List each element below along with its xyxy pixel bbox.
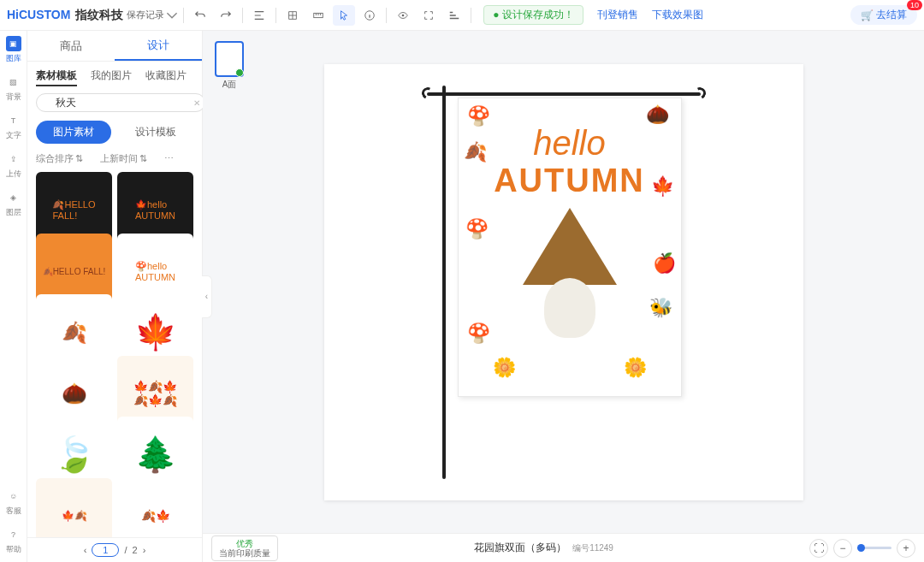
pointer-button[interactable] [333, 5, 355, 26]
zoom-in-button[interactable]: + [897, 539, 915, 558]
print-quality-chip[interactable]: 优秀 当前印刷质量 [211, 535, 278, 561]
rail-text[interactable]: T文字 [6, 113, 21, 141]
zoom-in-icon: + [903, 542, 909, 554]
asset-grid: 🍂HELLOFALL! 🍁helloAUTUMN 🍂HELLO FALL! 🍄h… [27, 169, 202, 537]
flag-text-hello: hello [494, 124, 645, 163]
bottom-bar: 优秀 当前印刷质量 花园旗双面（多码） 编号11249 ⛶ − + [203, 533, 924, 562]
rail-support[interactable]: ☺客服 [6, 488, 21, 517]
cart-button[interactable]: 🛒 去结算10 [850, 5, 917, 25]
pager-next[interactable]: › [143, 545, 146, 555]
pager-prev[interactable]: ‹ [84, 545, 87, 555]
chevron-down-icon [166, 9, 178, 21]
sort-newest[interactable]: 上新时间 ⇅ [100, 152, 147, 165]
asset-thumb[interactable]: 🍂🍁 [117, 478, 193, 538]
redo-button[interactable] [215, 5, 237, 26]
panel-tab-product[interactable]: 商品 [27, 31, 115, 61]
side-rail: ▣图库 ▧背景 T文字 ⇪上传 ◈图层 ☺客服 ?帮助 [0, 31, 27, 562]
pager-total: 2 [133, 545, 138, 555]
fullscreen-button[interactable] [418, 5, 440, 26]
fit-icon: ⛶ [814, 542, 824, 554]
zoom-out-button[interactable]: − [833, 539, 852, 558]
rail-gallery[interactable]: ▣图库 [6, 36, 21, 64]
layers-button[interactable] [443, 5, 465, 26]
fit-screen-button[interactable]: ⛶ [809, 539, 828, 558]
zoom-slider[interactable] [857, 547, 891, 549]
align-icon [253, 9, 265, 21]
grid-button[interactable] [281, 5, 304, 26]
pill-design-templates[interactable]: 设计模板 [118, 121, 193, 144]
pager-current: 1 [92, 543, 119, 557]
sort-comprehensive[interactable]: 综合排序 ⇅ [36, 152, 83, 165]
cart-badge: 10 [907, 0, 922, 10]
asset-thumb[interactable]: 🍁🍂 [36, 478, 112, 538]
bars-icon [448, 9, 460, 21]
gnome-illustration [518, 208, 621, 345]
info-button[interactable] [358, 5, 381, 26]
save-success-banner: ● 设计保存成功！ [483, 5, 583, 25]
flag-text-autumn: AUTUMN [494, 163, 645, 199]
rail-background[interactable]: ▧背景 [6, 74, 21, 103]
text-icon: T [6, 113, 21, 128]
image-icon: ▣ [6, 36, 21, 51]
eye-icon [397, 9, 409, 21]
help-icon: ? [6, 527, 21, 542]
redo-icon [220, 9, 232, 21]
publish-link[interactable]: 刊登销售 [597, 8, 638, 22]
search-input[interactable] [36, 93, 205, 112]
logo: HiCUSTOM 指纹科技 [7, 8, 123, 23]
download-link[interactable]: 下载效果图 [652, 8, 703, 22]
sort-more[interactable]: ⋯ [164, 152, 174, 165]
headset-icon: ☺ [6, 488, 21, 504]
align-button[interactable] [248, 5, 270, 26]
artboard[interactable]: 🍄 🌰 🍂 🍁 🍄 🍎 🍄 🐝 🌼 🌼 hell [324, 64, 803, 500]
save-record-dropdown[interactable]: 保存记录 [127, 9, 178, 21]
layers-icon: ◈ [6, 190, 21, 205]
expand-icon [423, 9, 435, 21]
undo-icon [194, 9, 206, 21]
subtab-templates[interactable]: 素材模板 [36, 68, 77, 86]
topbar: HiCUSTOM 指纹科技 保存记录 ● 设计保存成功！ 刊登销售 下载效果图 … [0, 0, 924, 31]
upload-icon: ⇪ [6, 151, 21, 167]
left-panel: 商品 设计 素材模板 我的图片 收藏图片 🔍 ✕ ⚙ 图片素材 设计模板 综合排… [27, 31, 203, 562]
flag-design[interactable]: 🍄 🌰 🍂 🍁 🍄 🍎 🍄 🐝 🌼 🌼 hell [458, 98, 682, 397]
pager: ‹ 1 / 2 › [27, 537, 202, 562]
ruler-icon [312, 9, 324, 21]
rail-layers[interactable]: ◈图层 [6, 190, 21, 218]
product-name: 花园旗双面（多码） [474, 541, 566, 553]
clear-search-icon[interactable]: ✕ [193, 98, 200, 108]
product-code: 编号11249 [572, 543, 613, 553]
svg-point-2 [402, 14, 405, 16]
subtab-favorites[interactable]: 收藏图片 [145, 68, 187, 86]
zoom-out-icon: − [839, 542, 845, 554]
panel-tab-design[interactable]: 设计 [115, 31, 202, 61]
rail-help[interactable]: ?帮助 [6, 527, 21, 555]
subtab-my-images[interactable]: 我的图片 [91, 68, 132, 86]
preview-button[interactable] [392, 5, 414, 26]
pointer-icon [338, 9, 350, 21]
grid-icon [287, 9, 299, 21]
ruler-button[interactable] [307, 5, 329, 26]
info-icon [364, 9, 376, 21]
page-thumb[interactable]: A面 [213, 41, 246, 91]
texture-icon: ▧ [6, 74, 21, 90]
pill-image-assets[interactable]: 图片素材 [36, 121, 111, 144]
canvas-area: ‹ A面 🍄 🌰 🍂 🍁 🍄 [203, 31, 924, 562]
undo-button[interactable] [189, 5, 211, 26]
rail-upload[interactable]: ⇪上传 [6, 151, 21, 180]
